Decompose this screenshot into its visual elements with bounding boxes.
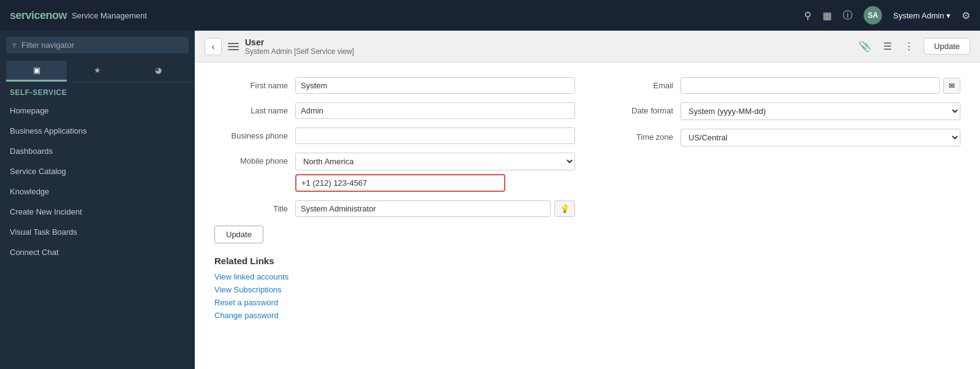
sidebar-tab-history[interactable]: ◕ (128, 61, 189, 82)
sidebar-item-create-incident[interactable]: Create New Incident (0, 202, 195, 222)
sidebar-item-visual-task-boards[interactable]: Visual Task Boards (0, 222, 195, 242)
form-left-col: First name Last name Business phone (214, 77, 575, 226)
email-control: ✉ (680, 77, 960, 94)
last-name-control (295, 102, 575, 119)
last-name-input[interactable] (295, 102, 575, 119)
sidebar-tabs: ▣ ★ ◕ (0, 58, 195, 82)
title-lookup-button[interactable]: 💡 (554, 200, 575, 217)
email-send-button[interactable]: ✉ (943, 78, 960, 94)
title-control: 💡 (295, 200, 575, 217)
time-zone-select[interactable]: US/Central (680, 129, 960, 146)
mobile-phone-label: Mobile phone (214, 153, 288, 165)
related-link-change-password[interactable]: Change password (214, 311, 960, 320)
top-navigation: servicenow Service Management ⚲ ▦ ⓘ SA S… (0, 0, 980, 31)
related-link-reset-password[interactable]: Reset a password (214, 298, 960, 307)
main-content: ‹ User System Admin [Self Service view] … (195, 31, 980, 369)
last-name-row: Last name (214, 102, 575, 119)
hamburger-menu[interactable] (228, 43, 239, 50)
email-input[interactable] (680, 77, 940, 94)
sidebar-item-knowledge[interactable]: Knowledge (0, 181, 195, 202)
business-phone-input[interactable] (295, 127, 575, 144)
header-update-button[interactable]: Update (924, 38, 970, 55)
related-link-view-linked-accounts[interactable]: View linked accounts (214, 272, 960, 281)
title-input[interactable] (295, 200, 551, 217)
date-format-control: System (yyyy-MM-dd) (680, 102, 960, 120)
title-label: Title (214, 200, 288, 213)
time-zone-row: Time zone US/Central (600, 129, 960, 146)
chat-icon[interactable]: ▦ (823, 10, 832, 21)
form-right-col: Email ✉ Date format System (yyyy (600, 77, 960, 226)
sidebar-item-dashboards[interactable]: Dashboards (0, 141, 195, 161)
filter-placeholder: Filter navigator (21, 40, 74, 50)
mobile-phone-control: North America (295, 153, 575, 192)
phone-row: North America (295, 153, 575, 192)
last-name-label: Last name (214, 102, 288, 115)
mobile-phone-number-input[interactable] (295, 174, 505, 192)
breadcrumb: User System Admin [Self Service view] (245, 37, 354, 56)
time-zone-control: US/Central (680, 129, 960, 146)
first-name-label: First name (214, 77, 288, 90)
business-phone-control (295, 127, 575, 144)
sidebar: ▿ Filter navigator ▣ ★ ◕ Self-Service Ho… (0, 31, 195, 369)
home-icon: ▣ (33, 66, 40, 75)
sidebar-item-business-apps[interactable]: Business Applications (0, 121, 195, 141)
star-icon: ★ (94, 66, 101, 75)
filter-fields-icon[interactable]: ☰ (881, 38, 894, 55)
nav-left: servicenow Service Management (10, 9, 147, 22)
mobile-phone-row: Mobile phone North America (214, 153, 575, 192)
settings-icon[interactable]: ⚙ (962, 10, 970, 21)
back-button[interactable]: ‹ (205, 38, 222, 55)
date-format-label: Date format (600, 102, 673, 115)
related-links-title: Related Links (214, 256, 960, 266)
mobile-phone-region-select[interactable]: North America (295, 153, 575, 170)
business-phone-row: Business phone (214, 127, 575, 144)
related-link-view-subscriptions[interactable]: View Subscriptions (214, 285, 960, 294)
sidebar-item-service-catalog[interactable]: Service Catalog (0, 161, 195, 181)
sidebar-item-connect-chat[interactable]: Connect Chat (0, 242, 195, 262)
filter-navigator[interactable]: ▿ Filter navigator (6, 37, 189, 53)
business-phone-label: Business phone (214, 127, 288, 140)
form-grid: First name Last name Business phone (214, 77, 960, 226)
title-input-row: 💡 (295, 200, 575, 217)
record-subtitle: System Admin [Self Service view] (245, 47, 354, 56)
first-name-control (295, 77, 575, 94)
record-type: User (245, 37, 354, 47)
brand: servicenow Service Management (10, 9, 147, 22)
header-left: ‹ User System Admin [Self Service view] (205, 37, 354, 56)
brand-logo: servicenow (10, 9, 67, 22)
sidebar-item-homepage[interactable]: Homepage (0, 101, 195, 121)
email-row: Email ✉ (600, 77, 960, 94)
email-input-row: ✉ (680, 77, 960, 94)
help-icon[interactable]: ⓘ (843, 9, 853, 22)
date-format-select[interactable]: System (yyyy-MM-dd) (680, 102, 960, 120)
service-title: Service Management (72, 11, 147, 20)
nav-right: ⚲ ▦ ⓘ SA System Admin ▾ ⚙ (804, 6, 970, 25)
attachment-icon[interactable]: 📎 (856, 38, 873, 55)
search-icon[interactable]: ⚲ (804, 10, 812, 21)
form-area: First name Last name Business phone (195, 63, 980, 369)
user-avatar: SA (864, 6, 882, 25)
email-label: Email (600, 77, 673, 90)
date-format-row: Date format System (yyyy-MM-dd) (600, 102, 960, 120)
more-options-icon[interactable]: ⋮ (902, 38, 916, 55)
filter-icon: ▿ (12, 40, 17, 50)
header-right: 📎 ☰ ⋮ Update (856, 38, 970, 55)
history-icon: ◕ (155, 66, 162, 75)
sidebar-tab-home[interactable]: ▣ (6, 61, 67, 82)
time-zone-label: Time zone (600, 129, 673, 142)
form-update-button[interactable]: Update (214, 226, 263, 243)
first-name-row: First name (214, 77, 575, 94)
sidebar-section-label: Self-Service (0, 82, 195, 101)
sidebar-tab-favorites[interactable]: ★ (67, 61, 127, 82)
title-row: Title 💡 (214, 200, 575, 217)
user-name[interactable]: System Admin ▾ (893, 11, 951, 20)
content-header: ‹ User System Admin [Self Service view] … (195, 31, 980, 63)
related-links-section: Related Links View linked accounts View … (214, 256, 960, 320)
first-name-input[interactable] (295, 77, 575, 94)
app-body: ▿ Filter navigator ▣ ★ ◕ Self-Service Ho… (0, 31, 980, 369)
